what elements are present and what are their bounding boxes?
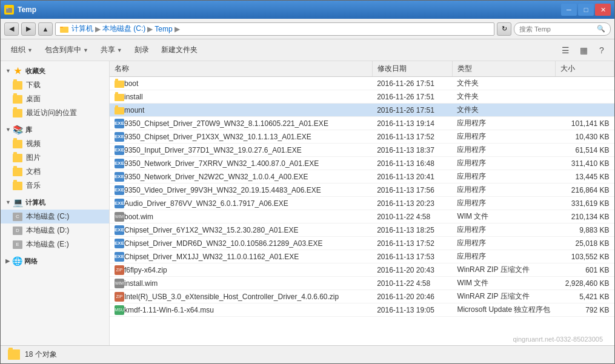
table-row[interactable]: WIMboot.wim 2010-11-22 4:58 WIM 文件 210,1… [110,210,614,223]
close-button[interactable]: ✕ [595,4,611,16]
libraries-header[interactable]: ▼ 📚 库 [1,122,109,137]
preview-pane-button[interactable]: ▦ [576,42,591,58]
file-date-cell: 2016-11-13 18:25 [372,223,452,237]
window-icon [4,5,14,15]
search-input[interactable] [519,25,594,33]
network-triangle: ▶ [5,258,10,264]
search-icon: 🔍 [597,25,605,33]
column-size[interactable]: 大小 [555,61,614,77]
column-date[interactable]: 修改日期 [372,61,452,77]
sidebar-item-music[interactable]: 音乐 [1,179,109,193]
minimize-button[interactable]: ─ [561,4,577,16]
file-name-cell: ZIPIntel(R)_USB_3.0_eXtensible_Host_Cont… [110,290,372,303]
sidebar-item-videos[interactable]: 视频 [1,137,109,151]
table-row[interactable]: boot 2016-11-26 17:51 文件夹 [110,77,614,90]
drive-e-icon: E [13,240,22,249]
back-button[interactable]: ◀ [4,22,19,36]
main-area: ▼ ★ 收藏夹 下载 桌面 最近访问的位置 [1,61,614,345]
table-row[interactable]: mount 2016-11-26 17:51 文件夹 [110,104,614,117]
file-date-cell: 2016-11-13 17:52 [372,237,452,250]
drive-c-icon: C [13,213,22,221]
sidebar-item-local-c[interactable]: C 本地磁盘 (C:) [1,210,109,223]
file-type-cell: 应用程序 [452,197,555,210]
path-drive-c[interactable]: 本地磁盘 (C:) [102,24,145,34]
file-name-cell: EXEChipset_Driver_6Y1X2_WN32_15.2.30.280… [110,223,372,237]
include-library-button[interactable]: 包含到库中 ▼ [39,42,94,59]
file-type-cell: 文件夹 [452,90,555,104]
path-temp[interactable]: Temp [155,25,172,33]
refresh-button[interactable]: ↻ [497,22,511,36]
table-row[interactable]: EXE9350_Network_Driver_N2W2C_WN32_1.0.0.… [110,170,614,184]
exe-icon: EXE [115,185,124,195]
table-row[interactable]: WIMinstall.wim 2010-11-22 4:58 WIM 文件 2,… [110,277,614,290]
file-size-cell: 103,552 KB [555,250,614,263]
sidebar-item-local-d[interactable]: D 本地磁盘 (D:) [1,223,109,237]
sidebar-item-documents[interactable]: 文档 [1,165,109,179]
new-folder-button[interactable]: 新建文件夹 [156,42,203,59]
column-type[interactable]: 类型 [452,61,555,77]
folder-icon [13,81,22,90]
table-row[interactable]: EXE9350_Network_Driver_7XRRV_WN32_1.400.… [110,157,614,170]
table-row[interactable]: EXE9350_Chipset_Driver_2T0W9_WN32_8.1.10… [110,117,614,130]
table-row[interactable]: EXEAudio_Driver_876VV_WN32_6.0.1.7917_A0… [110,197,614,210]
wim-icon: WIM [115,212,124,222]
svg-rect-1 [6,8,8,9]
sidebar-item-pictures[interactable]: 图片 [1,151,109,165]
view-toggle-button[interactable]: ☰ [557,42,573,58]
sidebar: ▼ ★ 收藏夹 下载 桌面 最近访问的位置 [1,61,110,345]
zip-icon: ZIP [115,292,124,302]
folder-icon [13,95,22,104]
exe-icon: EXE [115,172,124,182]
file-table: 名称 修改日期 类型 大小 boot 2016-11-26 17:51 文件夹 … [110,61,614,317]
table-row[interactable]: EXE9350_Input_Driver_377D1_WN32_19.0.27.… [110,144,614,157]
table-row[interactable]: ZIPf6flpy-x64.zip 2016-11-20 20:43 WinRA… [110,263,614,277]
maximize-button[interactable]: □ [578,4,594,16]
libraries-section: ▼ 📚 库 视频 图片 文档 音乐 [1,122,109,193]
computer-icon: 💻 [13,197,23,207]
table-row[interactable]: MSUkmdf-1.11-Win-6.1-x64.msu 2016-11-13 … [110,303,614,317]
organize-button[interactable]: 组织 ▼ [5,42,38,59]
table-row[interactable]: EXEChipset_Driver_MX1JJ_WN32_11.0.0.1162… [110,250,614,263]
file-date-cell: 2016-11-20 20:46 [372,290,452,303]
folder-icon [115,94,124,101]
file-type-cell: Microsoft Update 独立程序包 [452,303,555,317]
folder-icon [115,81,124,88]
network-icon: 🌐 [12,256,22,266]
column-name[interactable]: 名称 [110,61,372,77]
addressbar: ◀ ▶ ▲ 计算机 ▶ 本地磁盘 (C:) ▶ Temp ▶ ↻ 🔍 [1,19,614,39]
search-box[interactable]: 🔍 [514,22,611,36]
path-computer[interactable]: 计算机 [71,24,93,34]
network-header[interactable]: ▶ 🌐 网络 [1,254,109,268]
favorites-icon: ★ [13,66,23,76]
sidebar-item-recent[interactable]: 最近访问的位置 [1,106,109,120]
table-row[interactable]: EXEChipset_Driver_6Y1X2_WN32_15.2.30.280… [110,223,614,237]
file-size-cell: 2,928,460 KB [555,277,614,290]
file-name-cell: WIMboot.wim [110,210,372,223]
sidebar-item-desktop[interactable]: 桌面 [1,92,109,106]
file-date-cell: 2016-11-26 17:51 [372,90,452,104]
share-button[interactable]: 共享 ▼ [95,42,128,59]
table-row[interactable]: EXE9350_Video_Driver_99V3H_WN32_20.19.15… [110,184,614,197]
sidebar-item-downloads[interactable]: 下载 [1,78,109,92]
file-type-cell: WIM 文件 [452,210,555,223]
computer-header[interactable]: ▼ 💻 计算机 [1,195,109,210]
titlebar-controls: ─ □ ✕ [561,4,611,16]
file-name-cell: mount [110,104,372,117]
table-row[interactable]: install 2016-11-26 17:51 文件夹 [110,90,614,104]
window: Temp ─ □ ✕ ◀ ▶ ▲ 计算机 ▶ 本地磁盘 (C:) ▶ Temp … [0,0,615,364]
up-button[interactable]: ▲ [38,22,53,36]
sidebar-item-local-e[interactable]: E 本地磁盘 (E:) [1,237,109,251]
file-type-cell: 应用程序 [452,250,555,263]
file-name-cell: EXEChipset_Driver_MDR6D_WN32_10.0.10586.… [110,237,372,250]
table-row[interactable]: EXEChipset_Driver_MDR6D_WN32_10.0.10586.… [110,237,614,250]
forward-button[interactable]: ▶ [21,22,36,36]
address-path[interactable]: 计算机 ▶ 本地磁盘 (C:) ▶ Temp ▶ [55,22,494,36]
libraries-triangle: ▼ [5,127,11,133]
file-type-cell: WIM 文件 [452,277,555,290]
favorites-header[interactable]: ▼ ★ 收藏夹 [1,64,109,78]
table-row[interactable]: EXE9350_Chipset_Driver_P1X3X_WN32_10.1.1… [110,130,614,144]
help-button[interactable]: ? [594,42,610,58]
file-type-cell: 应用程序 [452,184,555,197]
burn-button[interactable]: 刻录 [129,42,155,59]
table-row[interactable]: ZIPIntel(R)_USB_3.0_eXtensible_Host_Cont… [110,290,614,303]
